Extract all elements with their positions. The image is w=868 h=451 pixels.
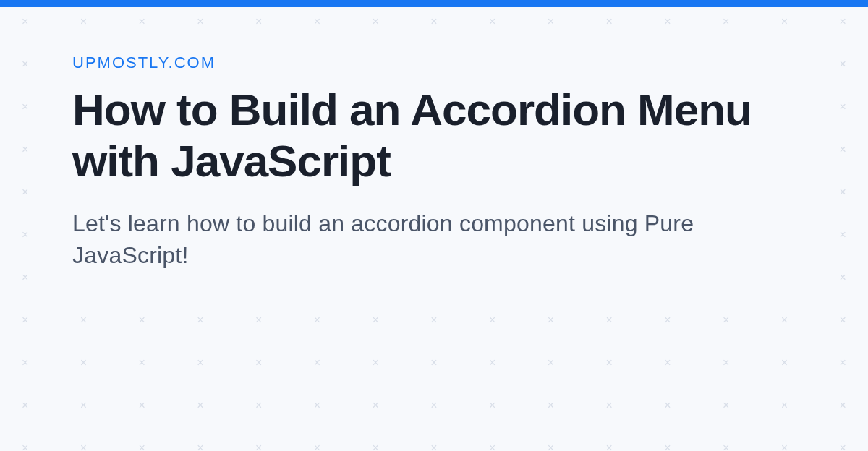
content-area: UPMOSTLY.COM How to Build an Accordion M…: [0, 7, 868, 451]
page-title: How to Build an Accordion Menu with Java…: [72, 84, 796, 187]
top-accent-bar: [0, 0, 868, 7]
page-description: Let's learn how to build an accordion co…: [72, 207, 796, 272]
content-card: UPMOSTLY.COM How to Build an Accordion M…: [72, 45, 796, 280]
site-name: UPMOSTLY.COM: [72, 53, 796, 72]
